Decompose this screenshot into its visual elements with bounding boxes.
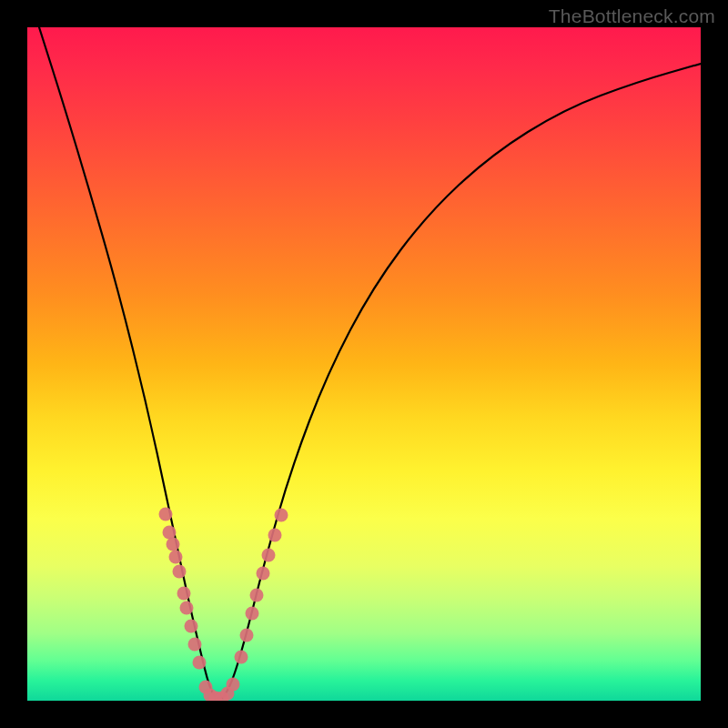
bottleneck-curve [39,27,701,699]
data-point [275,509,288,522]
data-point [193,656,207,670]
data-point [167,538,180,551]
chart-stage: TheBottleneck.com [0,0,728,728]
data-point [173,565,187,579]
chart-svg [27,27,701,701]
watermark-text: TheBottleneck.com [549,5,715,27]
data-point [246,607,259,621]
plot-area [27,27,701,701]
data-point [163,526,177,540]
data-point [240,629,254,642]
data-point [235,651,248,664]
data-point [185,620,198,633]
data-point [169,551,183,564]
data-point [250,589,264,602]
data-point [180,602,194,615]
data-markers [159,508,288,702]
data-point [262,549,276,562]
curve-right-branch [223,64,701,698]
data-point [227,678,240,692]
data-point [177,587,191,601]
data-point [188,638,202,652]
data-point [159,508,173,521]
data-point [257,567,270,581]
data-point [268,529,282,542]
